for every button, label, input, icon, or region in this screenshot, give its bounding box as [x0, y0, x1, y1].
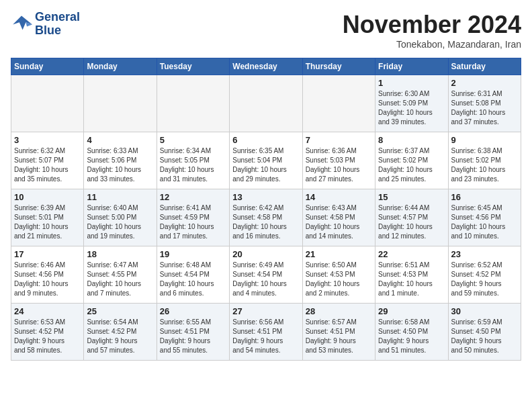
day-info: Sunrise: 6:37 AM Sunset: 5:02 PM Dayligh…	[378, 146, 445, 184]
calendar-cell: 18Sunrise: 6:47 AM Sunset: 4:55 PM Dayli…	[84, 246, 157, 304]
day-number: 3	[14, 135, 81, 145]
calendar-cell	[302, 75, 375, 132]
weekday-header: Tuesday	[157, 58, 229, 75]
calendar-cell	[157, 75, 229, 132]
day-info: Sunrise: 6:41 AM Sunset: 4:59 PM Dayligh…	[160, 203, 226, 241]
day-info: Sunrise: 6:39 AM Sunset: 5:01 PM Dayligh…	[14, 203, 81, 241]
calendar-cell: 17Sunrise: 6:46 AM Sunset: 4:56 PM Dayli…	[11, 246, 84, 304]
calendar-week-row: 1Sunrise: 6:30 AM Sunset: 5:09 PM Daylig…	[11, 75, 521, 132]
calendar-week-row: 3Sunrise: 6:32 AM Sunset: 5:07 PM Daylig…	[11, 132, 521, 189]
calendar-cell: 7Sunrise: 6:36 AM Sunset: 5:03 PM Daylig…	[302, 132, 375, 189]
weekday-header: Wednesday	[230, 58, 302, 75]
calendar-cell: 5Sunrise: 6:34 AM Sunset: 5:05 PM Daylig…	[157, 132, 229, 189]
day-number: 24	[14, 306, 81, 316]
calendar-week-row: 10Sunrise: 6:39 AM Sunset: 5:01 PM Dayli…	[11, 189, 521, 246]
day-number: 2	[451, 78, 518, 88]
calendar-cell: 20Sunrise: 6:49 AM Sunset: 4:54 PM Dayli…	[230, 246, 302, 304]
calendar-cell: 24Sunrise: 6:53 AM Sunset: 4:52 PM Dayli…	[11, 304, 84, 361]
day-info: Sunrise: 6:57 AM Sunset: 4:51 PM Dayligh…	[306, 318, 372, 355]
calendar-cell	[11, 75, 84, 132]
day-number: 18	[87, 249, 153, 259]
calendar-cell	[84, 75, 157, 132]
day-info: Sunrise: 6:49 AM Sunset: 4:54 PM Dayligh…	[232, 261, 299, 298]
day-number: 22	[378, 249, 445, 259]
calendar-cell: 14Sunrise: 6:43 AM Sunset: 4:58 PM Dayli…	[302, 189, 375, 246]
day-info: Sunrise: 6:48 AM Sunset: 4:54 PM Dayligh…	[160, 261, 226, 298]
day-number: 17	[14, 249, 81, 259]
calendar-cell: 22Sunrise: 6:51 AM Sunset: 4:53 PM Dayli…	[375, 246, 448, 304]
logo-text: General Blue	[35, 11, 80, 38]
day-number: 23	[451, 249, 518, 259]
calendar-cell: 6Sunrise: 6:35 AM Sunset: 5:04 PM Daylig…	[230, 132, 302, 189]
day-number: 19	[160, 249, 226, 259]
calendar-cell: 26Sunrise: 6:55 AM Sunset: 4:51 PM Dayli…	[157, 304, 229, 361]
day-info: Sunrise: 6:47 AM Sunset: 4:55 PM Dayligh…	[87, 261, 153, 298]
day-info: Sunrise: 6:36 AM Sunset: 5:03 PM Dayligh…	[306, 146, 372, 184]
calendar-cell: 2Sunrise: 6:31 AM Sunset: 5:08 PM Daylig…	[448, 75, 521, 132]
day-info: Sunrise: 6:30 AM Sunset: 5:09 PM Dayligh…	[378, 89, 445, 127]
calendar-cell: 9Sunrise: 6:38 AM Sunset: 5:02 PM Daylig…	[448, 132, 521, 189]
calendar-cell: 30Sunrise: 6:59 AM Sunset: 4:50 PM Dayli…	[448, 304, 521, 361]
day-info: Sunrise: 6:55 AM Sunset: 4:51 PM Dayligh…	[160, 318, 226, 355]
day-info: Sunrise: 6:54 AM Sunset: 4:52 PM Dayligh…	[87, 318, 153, 355]
calendar-cell: 11Sunrise: 6:40 AM Sunset: 5:00 PM Dayli…	[84, 189, 157, 246]
day-number: 11	[87, 192, 153, 202]
day-number: 6	[232, 135, 299, 145]
day-number: 29	[378, 306, 445, 316]
day-number: 21	[306, 249, 372, 259]
weekday-header: Friday	[375, 58, 448, 75]
title-area: November 2024 Tonekabon, Mazandaran, Ira…	[343, 11, 521, 50]
calendar-cell: 16Sunrise: 6:45 AM Sunset: 4:56 PM Dayli…	[448, 189, 521, 246]
calendar-cell: 19Sunrise: 6:48 AM Sunset: 4:54 PM Dayli…	[157, 246, 229, 304]
calendar-cell	[230, 75, 302, 132]
logo-bird-icon	[11, 15, 32, 34]
day-info: Sunrise: 6:56 AM Sunset: 4:51 PM Dayligh…	[232, 318, 299, 355]
calendar-table: SundayMondayTuesdayWednesdayThursdayFrid…	[11, 58, 521, 361]
day-number: 20	[232, 249, 299, 259]
month-title: November 2024	[343, 11, 521, 39]
day-number: 8	[378, 135, 445, 145]
calendar-week-row: 17Sunrise: 6:46 AM Sunset: 4:56 PM Dayli…	[11, 246, 521, 304]
day-number: 9	[451, 135, 518, 145]
day-number: 15	[378, 192, 445, 202]
day-info: Sunrise: 6:40 AM Sunset: 5:00 PM Dayligh…	[87, 203, 153, 241]
day-number: 25	[87, 306, 153, 316]
logo: General Blue	[11, 11, 80, 38]
day-info: Sunrise: 6:51 AM Sunset: 4:53 PM Dayligh…	[378, 261, 445, 298]
day-number: 12	[160, 192, 226, 202]
day-number: 4	[87, 135, 153, 145]
calendar-cell: 12Sunrise: 6:41 AM Sunset: 4:59 PM Dayli…	[157, 189, 229, 246]
day-number: 16	[451, 192, 518, 202]
weekday-header: Saturday	[448, 58, 521, 75]
day-info: Sunrise: 6:42 AM Sunset: 4:58 PM Dayligh…	[232, 203, 299, 241]
day-info: Sunrise: 6:59 AM Sunset: 4:50 PM Dayligh…	[451, 318, 518, 355]
day-number: 13	[232, 192, 299, 202]
weekday-header: Monday	[84, 58, 157, 75]
calendar-cell: 15Sunrise: 6:44 AM Sunset: 4:57 PM Dayli…	[375, 189, 448, 246]
calendar-cell: 4Sunrise: 6:33 AM Sunset: 5:06 PM Daylig…	[84, 132, 157, 189]
day-info: Sunrise: 6:34 AM Sunset: 5:05 PM Dayligh…	[160, 146, 226, 184]
day-info: Sunrise: 6:45 AM Sunset: 4:56 PM Dayligh…	[451, 203, 518, 241]
calendar-cell: 1Sunrise: 6:30 AM Sunset: 5:09 PM Daylig…	[375, 75, 448, 132]
calendar-cell: 21Sunrise: 6:50 AM Sunset: 4:53 PM Dayli…	[302, 246, 375, 304]
day-number: 7	[306, 135, 372, 145]
calendar-cell: 13Sunrise: 6:42 AM Sunset: 4:58 PM Dayli…	[230, 189, 302, 246]
page-header: General Blue November 2024 Tonekabon, Ma…	[11, 11, 521, 50]
calendar-cell: 27Sunrise: 6:56 AM Sunset: 4:51 PM Dayli…	[230, 304, 302, 361]
day-number: 28	[306, 306, 372, 316]
day-info: Sunrise: 6:33 AM Sunset: 5:06 PM Dayligh…	[87, 146, 153, 184]
calendar-cell: 29Sunrise: 6:58 AM Sunset: 4:50 PM Dayli…	[375, 304, 448, 361]
weekday-header: Sunday	[11, 58, 84, 75]
weekday-header: Thursday	[302, 58, 375, 75]
day-number: 27	[232, 306, 299, 316]
day-info: Sunrise: 6:31 AM Sunset: 5:08 PM Dayligh…	[451, 89, 518, 127]
calendar-week-row: 24Sunrise: 6:53 AM Sunset: 4:52 PM Dayli…	[11, 304, 521, 361]
day-info: Sunrise: 6:35 AM Sunset: 5:04 PM Dayligh…	[232, 146, 299, 184]
day-number: 5	[160, 135, 226, 145]
calendar-cell: 23Sunrise: 6:52 AM Sunset: 4:52 PM Dayli…	[448, 246, 521, 304]
day-info: Sunrise: 6:44 AM Sunset: 4:57 PM Dayligh…	[378, 203, 445, 241]
day-number: 1	[378, 78, 445, 88]
day-info: Sunrise: 6:52 AM Sunset: 4:52 PM Dayligh…	[451, 261, 518, 298]
svg-marker-0	[13, 15, 32, 30]
day-number: 14	[306, 192, 372, 202]
